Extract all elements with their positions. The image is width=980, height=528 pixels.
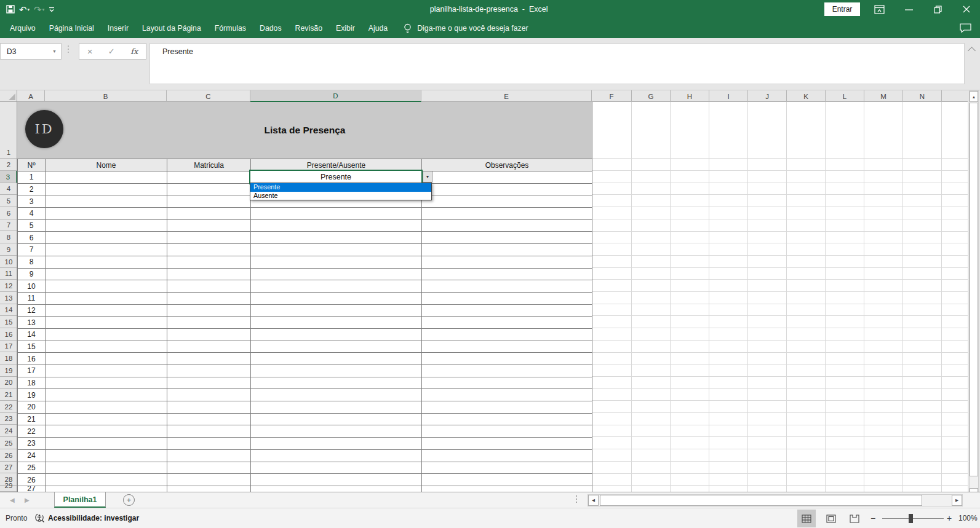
row-header-25[interactable]: 25 bbox=[0, 437, 17, 449]
column-header-k[interactable]: K bbox=[787, 90, 826, 102]
name-box[interactable]: D3 ▼ bbox=[0, 43, 62, 60]
cell-B23[interactable] bbox=[46, 414, 167, 426]
cell-C11[interactable] bbox=[167, 269, 251, 281]
cell-A14[interactable]: 12 bbox=[18, 305, 46, 317]
previous-sheet-button[interactable]: ◀ bbox=[10, 492, 15, 508]
column-header-m[interactable]: M bbox=[864, 90, 903, 102]
ribbon-tab-pagina-inicial[interactable]: Página Inicial bbox=[42, 18, 101, 38]
cell-B25[interactable] bbox=[46, 438, 167, 450]
cell-A16[interactable]: 14 bbox=[18, 329, 46, 341]
cell-E23[interactable] bbox=[422, 414, 592, 426]
row-header-3[interactable]: 3 bbox=[0, 171, 17, 183]
cell-D21[interactable] bbox=[251, 389, 422, 401]
cell-C24[interactable] bbox=[167, 425, 251, 438]
cell-E21[interactable] bbox=[422, 389, 592, 401]
cell-A29[interactable]: 27 bbox=[18, 486, 46, 492]
cell-C19[interactable] bbox=[167, 365, 251, 377]
cell-E14[interactable] bbox=[422, 305, 592, 317]
cell-E24[interactable] bbox=[422, 425, 592, 438]
cell-E11[interactable] bbox=[422, 269, 592, 281]
cell-C7[interactable] bbox=[167, 220, 251, 232]
column-header-g[interactable]: G bbox=[632, 90, 671, 102]
cell-A28[interactable]: 26 bbox=[18, 474, 46, 486]
cell-E28[interactable] bbox=[422, 474, 592, 486]
cell-B22[interactable] bbox=[46, 401, 167, 414]
cell-C3[interactable] bbox=[167, 171, 251, 184]
cell-A6[interactable]: 4 bbox=[18, 208, 46, 220]
column-header-f[interactable]: F bbox=[592, 90, 632, 102]
table-header-n-[interactable]: Nº bbox=[18, 159, 46, 171]
cell-A23[interactable]: 21 bbox=[18, 414, 46, 426]
cell-D20[interactable] bbox=[251, 377, 422, 390]
sign-in-button[interactable]: Entrar bbox=[824, 2, 860, 16]
cell-C17[interactable] bbox=[167, 341, 251, 353]
ribbon-tab-layout-da-pagina[interactable]: Layout da Página bbox=[135, 18, 208, 38]
cell-C26[interactable] bbox=[167, 450, 251, 462]
dropdown-option-ausente[interactable]: Ausente bbox=[250, 192, 431, 200]
cell-D18[interactable] bbox=[251, 353, 422, 365]
horizontal-scroll-thumb[interactable] bbox=[600, 495, 922, 506]
cell-E4[interactable] bbox=[422, 184, 592, 196]
zoom-slider-track[interactable] bbox=[882, 518, 944, 519]
cell-E12[interactable] bbox=[422, 280, 592, 293]
ribbon-tab-revisao[interactable]: Revisão bbox=[289, 18, 329, 38]
cell-C23[interactable] bbox=[167, 414, 251, 426]
cell-B5[interactable] bbox=[46, 195, 167, 208]
ribbon-tab-exibir[interactable]: Exibir bbox=[329, 18, 362, 38]
row-header-24[interactable]: 24 bbox=[0, 425, 17, 437]
cell-B24[interactable] bbox=[46, 425, 167, 438]
tell-me-box[interactable]: Diga-me o que você deseja fazer bbox=[403, 23, 528, 34]
cell-B9[interactable] bbox=[46, 244, 167, 256]
cell-A11[interactable]: 9 bbox=[18, 269, 46, 281]
cell-B15[interactable] bbox=[46, 317, 167, 329]
scroll-up-button[interactable]: ▲ bbox=[970, 91, 978, 102]
row-header-1[interactable]: 1 bbox=[0, 102, 17, 159]
cell-D28[interactable] bbox=[251, 474, 422, 486]
cell-D14[interactable] bbox=[251, 305, 422, 317]
row-header-10[interactable]: 10 bbox=[0, 256, 17, 268]
dropdown-option-presente[interactable]: Presente bbox=[250, 183, 431, 192]
page-break-view-button[interactable] bbox=[845, 510, 864, 527]
cell-A9[interactable]: 7 bbox=[18, 244, 46, 256]
cell-A8[interactable]: 6 bbox=[18, 232, 46, 244]
cell-D9[interactable] bbox=[251, 244, 422, 256]
cell-B27[interactable] bbox=[46, 462, 167, 475]
confirm-entry-button[interactable]: ✓ bbox=[108, 47, 115, 56]
cell-A18[interactable]: 16 bbox=[18, 353, 46, 365]
cell-A10[interactable]: 8 bbox=[18, 256, 46, 269]
cell-C6[interactable] bbox=[167, 208, 251, 220]
select-all-corner[interactable] bbox=[0, 90, 17, 102]
cell-D22[interactable] bbox=[251, 401, 422, 414]
cell-B4[interactable] bbox=[46, 184, 167, 196]
column-header-l[interactable]: L bbox=[826, 90, 864, 102]
column-header-partial[interactable] bbox=[942, 90, 968, 102]
cell-B11[interactable] bbox=[46, 269, 167, 281]
cell-E10[interactable] bbox=[422, 256, 592, 269]
cell-D6[interactable] bbox=[251, 208, 422, 220]
ribbon-display-options-button[interactable] bbox=[869, 0, 890, 18]
row-header-7[interactable]: 7 bbox=[0, 219, 17, 232]
cell-C28[interactable] bbox=[167, 474, 251, 486]
cell-A12[interactable]: 10 bbox=[18, 280, 46, 293]
scroll-right-button[interactable]: ▶ bbox=[952, 495, 962, 506]
restore-button[interactable] bbox=[927, 0, 948, 18]
zoom-out-button[interactable]: − bbox=[870, 513, 875, 523]
accessibility-status[interactable]: Acessibilidade: investigar bbox=[48, 514, 139, 522]
comment-icon[interactable] bbox=[960, 23, 971, 33]
cell-C18[interactable] bbox=[167, 353, 251, 365]
ribbon-tab-inserir[interactable]: Inserir bbox=[101, 18, 135, 38]
row-header-15[interactable]: 15 bbox=[0, 316, 17, 328]
cell-A4[interactable]: 2 bbox=[18, 184, 46, 196]
page-layout-view-button[interactable] bbox=[822, 510, 840, 527]
cell-B21[interactable] bbox=[46, 389, 167, 401]
row-header-5[interactable]: 5 bbox=[0, 195, 17, 207]
cell-C4[interactable] bbox=[167, 184, 251, 196]
row-header-9[interactable]: 9 bbox=[0, 243, 17, 256]
sheet-tab-planilha1[interactable]: Planilha1 bbox=[54, 492, 106, 508]
cell-D13[interactable] bbox=[251, 293, 422, 305]
cell-C12[interactable] bbox=[167, 280, 251, 293]
cell-B6[interactable] bbox=[46, 208, 167, 220]
row-header-26[interactable]: 26 bbox=[0, 449, 17, 462]
next-sheet-button[interactable]: ▶ bbox=[25, 492, 30, 508]
zoom-slider-thumb[interactable] bbox=[909, 514, 913, 523]
